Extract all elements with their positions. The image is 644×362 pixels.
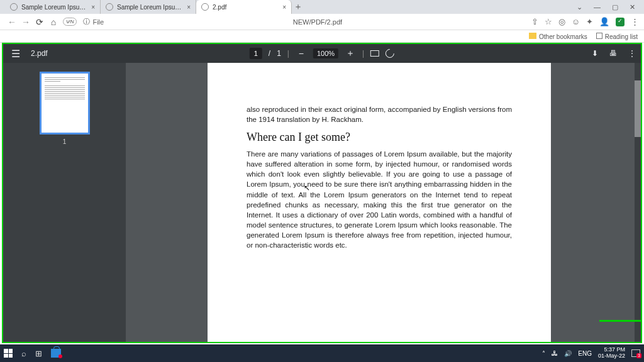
tab-title: Sample Loreum Ipsum.pdf [117, 4, 183, 11]
home-button[interactable]: ⌂ [47, 17, 60, 27]
sound-icon[interactable]: 🔊 [564, 350, 572, 357]
print-icon[interactable]: 🖶 [609, 49, 617, 58]
close-icon[interactable]: × [91, 4, 95, 11]
close-icon[interactable]: × [282, 4, 286, 11]
taskbar-right: ˄ 🖧 🔊 ENG 5:37 PM 01-May-22 3 [542, 347, 640, 359]
search-icon[interactable]: ⌕ [21, 349, 26, 358]
tab-title: 2.pdf [213, 4, 279, 11]
scrollbar-thumb[interactable] [635, 80, 641, 137]
star-icon[interactable]: ☆ [545, 17, 552, 26]
address-bar: ← → ⟳ ⌂ V⁄N ⓘ File NEW/PDF/2.pdf ⇧ ☆ ◎ ☺… [0, 14, 644, 30]
task-view-icon[interactable]: ⊞ [35, 349, 42, 358]
page-thumbnail[interactable] [40, 72, 90, 134]
maximize-button[interactable]: ▢ [612, 3, 618, 11]
extension-icon[interactable]: ◎ [558, 17, 565, 26]
list-icon [596, 33, 602, 39]
close-icon[interactable]: × [187, 4, 191, 11]
bookmark-bar: Other bookmarks Reading list [0, 30, 644, 43]
more-icon[interactable]: ⋮ [628, 49, 636, 58]
paragraph: also reproduced in their exact original … [247, 104, 512, 124]
toolbar-icons: ⇧ ☆ ◎ ☺ ✦ 👤 ⋮ [531, 17, 639, 26]
smile-icon[interactable]: ☺ [572, 17, 580, 26]
vpn-badge[interactable]: V⁄N [63, 18, 77, 26]
browser-tab-active[interactable]: 2.pdf × [196, 0, 292, 14]
scrollbar[interactable] [635, 63, 641, 342]
zoom-out-button[interactable]: − [296, 48, 307, 58]
heading: Where can I get some? [247, 131, 512, 144]
start-button[interactable] [4, 349, 13, 358]
info-icon[interactable]: ⓘ [83, 17, 90, 26]
globe-icon [106, 3, 113, 11]
dropdown-icon[interactable]: ⌄ [577, 3, 582, 11]
menu-icon[interactable]: ⋮ [631, 17, 639, 26]
browser-tab[interactable]: Sample Loreum Ipsum.pdf × [5, 0, 101, 14]
page-separator: / [269, 49, 270, 58]
rotate-icon[interactable] [384, 47, 396, 60]
network-icon[interactable]: 🖧 [552, 350, 558, 357]
puzzle-icon[interactable]: ✦ [586, 17, 593, 26]
shield-icon[interactable] [616, 18, 625, 26]
toolbar-center: / 1 | − 100% ＋ | [250, 48, 394, 59]
new-tab-button[interactable]: ＋ [292, 1, 304, 13]
clock[interactable]: 5:37 PM 01-May-22 [598, 347, 625, 359]
hamburger-icon[interactable]: ☰ [8, 48, 23, 60]
taskbar-left: ⌕ ⊞ [4, 349, 61, 358]
thumbnail-panel: 1 [3, 63, 126, 342]
viewer-body: 1 also reproduced in their exact origina… [3, 63, 641, 342]
taskbar: ⌕ ⊞ ˄ 🖧 🔊 ENG 5:37 PM 01-May-22 3 [0, 344, 644, 362]
browser-tab[interactable]: Sample Loreum Ipsum.pdf × [101, 0, 196, 14]
date: 01-May-22 [598, 353, 625, 359]
reload-button[interactable]: ⟳ [33, 17, 47, 27]
zoom-level[interactable]: 100% [313, 48, 338, 58]
page-number-input[interactable] [250, 48, 262, 59]
window-controls: ⌄ — ▢ ✕ [577, 3, 644, 11]
tab-title: Sample Loreum Ipsum.pdf [21, 4, 87, 11]
globe-icon [201, 3, 209, 11]
fit-page-icon[interactable] [370, 50, 379, 57]
other-bookmarks[interactable]: Other bookmarks [529, 33, 587, 40]
browser-tab-strip: Sample Loreum Ipsum.pdf × Sample Loreum … [0, 0, 644, 14]
user-icon[interactable]: 👤 [599, 17, 609, 26]
viewer-toolbar: ☰ 2.pdf / 1 | − 100% ＋ | ⬇ 🖶 ⋮ [3, 44, 641, 63]
zoom-in-button[interactable]: ＋ [345, 48, 356, 59]
paragraph: There are many variations of passages of… [247, 149, 512, 250]
globe-icon [10, 3, 18, 11]
document-title: 2.pdf [31, 49, 48, 58]
store-icon[interactable] [51, 349, 61, 358]
pdf-viewer: ☰ 2.pdf / 1 | − 100% ＋ | ⬇ 🖶 ⋮ [3, 44, 641, 342]
document-area[interactable]: also reproduced in their exact original … [126, 63, 641, 342]
download-icon[interactable]: ⬇ [592, 49, 598, 58]
url-path: NEW/PDF/2.pdf [293, 18, 342, 26]
pdf-page: also reproduced in their exact original … [208, 63, 551, 342]
back-button[interactable]: ← [5, 17, 19, 27]
forward-button[interactable]: → [19, 17, 33, 27]
url-scheme: File [92, 18, 104, 26]
notification-icon[interactable]: 3 [631, 349, 640, 357]
toolbar-right: ⬇ 🖶 ⋮ [592, 49, 636, 58]
close-button[interactable]: ✕ [630, 3, 635, 11]
reading-list[interactable]: Reading list [596, 33, 638, 40]
highlight-edge [599, 320, 642, 322]
share-icon[interactable]: ⇧ [531, 17, 538, 26]
url-input[interactable]: ⓘ File NEW/PDF/2.pdf [79, 17, 531, 26]
page-total: 1 [277, 49, 281, 58]
folder-icon [529, 33, 536, 39]
minimize-button[interactable]: — [594, 3, 601, 11]
tray-expand-icon[interactable]: ˄ [542, 350, 545, 357]
divider: | [362, 49, 364, 58]
language-indicator[interactable]: ENG [578, 350, 592, 357]
divider: | [287, 49, 289, 58]
thumbnail-label: 1 [3, 138, 126, 145]
